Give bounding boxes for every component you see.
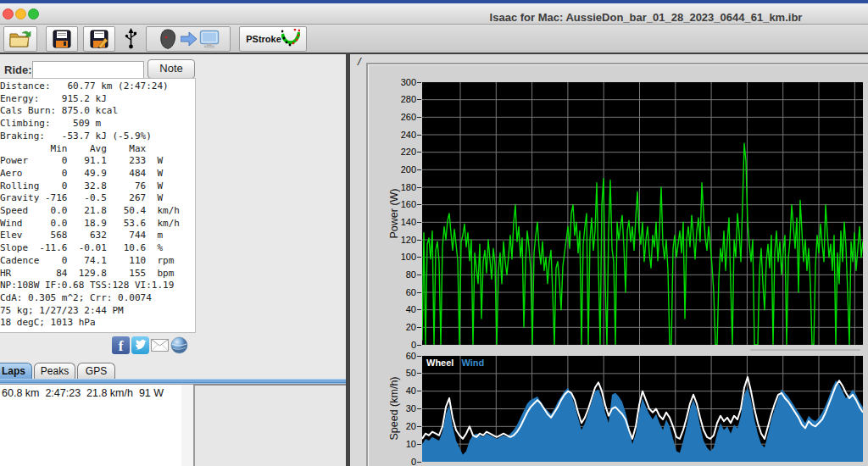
y-tick-mark [417, 99, 421, 100]
ride-statistics-box: Distance: 60.77 km (2:47:24) Energy: 915… [0, 78, 196, 333]
y-tick-label: 60 [377, 287, 416, 297]
y-tick-label: 40 [377, 386, 416, 396]
y-tick-mark [417, 391, 421, 391]
usb-symbol-icon [125, 27, 137, 50]
lap-row[interactable]: 60.8 km 2:47:23 21.8 km/h 91 W [2, 387, 182, 399]
chart-panel: / Power (W) Speed (km/h) Wheel Wind 0204… [350, 54, 868, 466]
transfer-arrow-icon [181, 31, 198, 47]
y-tick-mark [417, 309, 421, 310]
powertap-device-icon [157, 28, 179, 50]
y-tick-mark [417, 82, 421, 83]
y-tick-label: 60 [377, 351, 416, 361]
pstroke-button[interactable]: PStroke [239, 26, 307, 52]
y-tick-label: 160 [377, 199, 416, 209]
y-tick-mark [417, 345, 421, 346]
y-tick-mark [417, 327, 421, 328]
tab-peaks[interactable]: Peaks [34, 363, 75, 380]
y-tick-mark [417, 135, 421, 136]
y-tick-label: 20 [377, 421, 416, 431]
globe-icon [170, 336, 188, 354]
y-tick-mark [417, 222, 421, 223]
save-button[interactable] [46, 26, 78, 52]
y-tick-label: 180 [377, 182, 416, 192]
y-tick-mark [417, 240, 421, 241]
zoom-window-button[interactable] [28, 8, 39, 19]
email-share-icon[interactable] [151, 339, 169, 357]
tab-gps-label: GPS [86, 365, 107, 377]
save-as-floppy-pencil-icon [90, 30, 108, 48]
y-tick-label: 50 [377, 368, 416, 378]
window-titlebar[interactable]: Isaac for Mac: AussieDon_bar_01_28_2023_… [0, 3, 868, 25]
tab-peaks-label: Peaks [41, 365, 69, 377]
legend-wind: Wind [461, 358, 484, 368]
laps-detail-panel [193, 384, 348, 466]
speed-chart[interactable] [422, 356, 863, 462]
close-window-button[interactable] [3, 8, 14, 19]
envelope-icon [151, 339, 169, 352]
y-tick-label: 40 [377, 304, 416, 314]
open-folder-icon [9, 30, 31, 48]
power-axis-title: Power (W) [388, 188, 400, 238]
y-tick-mark [417, 204, 421, 205]
facebook-share-icon[interactable]: f [112, 336, 130, 354]
y-tick-mark [417, 462, 421, 463]
save-as-button[interactable] [83, 26, 115, 52]
y-tick-mark [417, 356, 421, 357]
y-tick-label: 100 [377, 252, 416, 262]
toolbar: PStroke [0, 25, 868, 53]
twitter-bird-icon [131, 336, 149, 354]
computer-monitor-icon [199, 30, 220, 48]
y-tick-mark [417, 408, 421, 409]
speed-chart-svg [422, 356, 863, 462]
y-tick-mark [417, 426, 421, 427]
tab-laps-label: Laps [2, 365, 25, 377]
google-earth-share-icon[interactable] [170, 336, 188, 354]
y-tick-mark [417, 275, 421, 275]
laps-list[interactable]: 60.8 km 2:47:23 21.8 km/h 91 W [0, 384, 183, 466]
y-tick-mark [417, 373, 421, 374]
ride-name-input[interactable] [32, 61, 144, 79]
y-tick-label: 300 [377, 77, 416, 87]
y-tick-mark [417, 187, 421, 188]
y-tick-mark [417, 117, 421, 118]
y-tick-label: 220 [377, 147, 416, 157]
open-file-button[interactable] [3, 26, 37, 52]
legend-wheel: Wheel [426, 358, 453, 368]
y-tick-label: 30 [377, 403, 416, 413]
y-tick-label: 120 [377, 235, 416, 245]
pstroke-button-label: PStroke [246, 34, 281, 44]
y-tick-label: 20 [377, 322, 416, 332]
y-tick-label: 10 [377, 439, 416, 449]
pedal-stroke-icon [281, 29, 300, 49]
ride-info-panel: Ride: Note Distance: 60.77 km (2:47:24) … [0, 54, 346, 466]
chart-splitter-handle[interactable] [750, 349, 860, 351]
y-tick-label: 200 [377, 164, 416, 175]
y-tick-label: 280 [377, 94, 416, 104]
laps-list-scrollbar[interactable] [181, 384, 193, 466]
y-tick-mark [417, 292, 421, 293]
speed-chart-legend: Wheel Wind [426, 358, 484, 368]
power-chart-svg [422, 82, 863, 345]
ride-label: Ride: [4, 64, 32, 76]
power-chart[interactable] [422, 82, 863, 345]
save-floppy-icon [53, 30, 71, 48]
twitter-share-icon[interactable] [131, 336, 149, 354]
y-tick-mark [417, 152, 421, 153]
download-from-device-button[interactable] [146, 26, 231, 52]
y-tick-label: 0 [377, 340, 416, 350]
window-title: Isaac for Mac: AussieDon_bar_01_28_2023_… [434, 11, 858, 24]
tab-gps[interactable]: GPS [77, 363, 115, 380]
y-tick-mark [417, 444, 421, 445]
minimize-window-button[interactable] [15, 8, 26, 19]
y-tick-mark [417, 257, 421, 258]
y-tick-label: 240 [377, 130, 416, 140]
note-button[interactable]: Note [147, 59, 195, 79]
ride-statistics-text: Distance: 60.77 km (2:47:24) Energy: 915… [0, 80, 195, 330]
usb-device-button[interactable] [120, 26, 141, 50]
y-tick-mark [417, 169, 421, 170]
tab-laps[interactable]: Laps [0, 363, 32, 380]
chart-path-label: / [358, 55, 361, 68]
y-tick-label: 0 [377, 457, 416, 466]
y-tick-label: 260 [377, 112, 416, 122]
y-tick-label: 80 [377, 269, 416, 280]
